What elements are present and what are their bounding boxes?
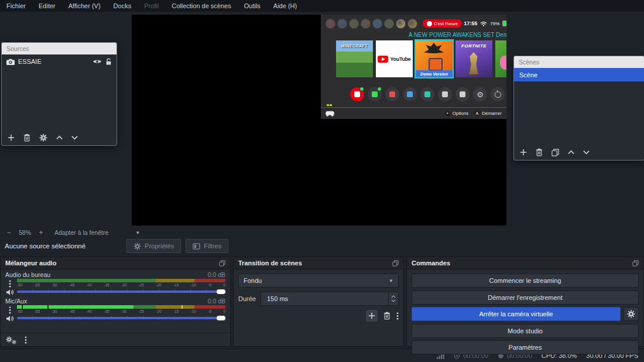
meter-tick-label: -55: [35, 309, 40, 314]
meter-tick-label: -45: [69, 282, 74, 288]
dock-icon-device[interactable]: [455, 87, 470, 101]
transition-type-select[interactable]: Fondu ▼: [238, 274, 399, 288]
start-recording-button[interactable]: Démarrer l'enregistrement: [412, 291, 639, 305]
dock-icon-controllers[interactable]: [420, 87, 434, 101]
menu-outils[interactable]: Outils: [238, 2, 267, 9]
volume-slider[interactable]: [17, 288, 225, 295]
menu-fichier[interactable]: Fichier: [0, 2, 32, 9]
user-avatar: [349, 19, 359, 29]
source-row-essaie[interactable]: ESSAIE: [2, 54, 117, 69]
demo-banner-label: Demo Version: [420, 72, 448, 76]
menu-docks[interactable]: Docks: [107, 2, 138, 9]
meter-tick-label: -35: [104, 309, 109, 314]
properties-button[interactable]: Propriétés: [126, 239, 181, 253]
popout-icon[interactable]: [219, 260, 225, 267]
menu-aide[interactable]: Aide (H): [267, 2, 303, 9]
transition-menu-kebab-icon[interactable]: [396, 312, 399, 320]
remove-scene-button[interactable]: [536, 148, 543, 156]
switch-game-title: A NEW POWER AWAKENS SET Dem: [409, 32, 506, 38]
filters-label: Filtres: [204, 243, 221, 250]
partial-art: [500, 56, 506, 70]
meter-notch: [22, 305, 23, 309]
audio-mixer-title: Mélangeur audio: [5, 259, 56, 267]
move-scene-down-button[interactable]: [583, 150, 590, 155]
duration-spinner[interactable]: [388, 292, 398, 305]
channel-menu-kebab-icon[interactable]: [9, 279, 11, 288]
start-streaming-button[interactable]: Commencer le streaming: [412, 274, 639, 288]
switch-bottom-bar: + Options A Démarrer: [321, 107, 506, 119]
settings-button[interactable]: Paramètres: [412, 340, 639, 354]
remove-source-button[interactable]: [23, 134, 30, 142]
add-source-button[interactable]: [8, 134, 15, 141]
sources-toolbar: [2, 130, 117, 145]
fit-dropdown-caret-icon[interactable]: ▼: [135, 230, 140, 235]
add-scene-button[interactable]: [520, 149, 527, 156]
menu-bar: Fichier Editer Afficher (V) Docks Profil…: [0, 0, 644, 12]
menu-profil[interactable]: Profil: [138, 2, 165, 9]
game-tile-partial: [495, 40, 506, 77]
meter-tick-label: -60: [17, 282, 22, 288]
meter-tick-label: -50: [52, 309, 57, 314]
advanced-audio-gear-icon[interactable]: [6, 336, 15, 344]
volume-slider[interactable]: [17, 314, 225, 322]
dock-icon-eshop[interactable]: [385, 87, 399, 101]
dock-icon-power[interactable]: [491, 87, 505, 101]
popout-icon[interactable]: [392, 260, 399, 267]
dock-icon-settings[interactable]: [473, 87, 487, 101]
stop-virtual-camera-button[interactable]: Arrêter la caméra virtuelle: [412, 307, 621, 321]
switch-time: 17:55: [464, 21, 477, 26]
scene-row-selected[interactable]: Scène: [514, 68, 644, 81]
controls-panel: Commandes Commencer le streaming Démarre…: [406, 257, 644, 347]
menu-afficher[interactable]: Afficher (V): [62, 2, 107, 9]
sources-dock-header[interactable]: Sources: [2, 43, 117, 54]
menu-collection-scenes[interactable]: Collection de scènes: [165, 2, 238, 9]
virtual-camera-settings-button[interactable]: [624, 307, 639, 321]
channel-menu-kebab-icon[interactable]: [9, 305, 11, 315]
dock-icon-album[interactable]: [403, 87, 417, 101]
mute-speaker-icon[interactable]: [6, 288, 14, 296]
mixer-toolbar: [1, 333, 230, 346]
user-avatar: [326, 19, 335, 29]
duration-input[interactable]: 150 ms: [261, 292, 399, 306]
dock-icon-switch-online[interactable]: [350, 87, 364, 101]
preview-canvas[interactable]: C'est l'heure 17:55 79% A NEW POWER AWAK…: [132, 15, 506, 226]
source-actions-bar: Aucune source sélectionné Propriétés Fil…: [5, 238, 228, 254]
move-source-down-button[interactable]: [71, 135, 78, 140]
source-visibility-eye-icon[interactable]: [93, 59, 102, 64]
meter-tick-label: 0: [223, 282, 225, 288]
scenes-dock-header[interactable]: Scènes: [514, 56, 644, 68]
dock-icon-news[interactable]: [368, 87, 382, 101]
mute-speaker-icon[interactable]: [6, 315, 14, 322]
zoom-out-button[interactable]: −: [5, 228, 13, 237]
game-tile-fortnite: FORTNITE: [455, 40, 492, 77]
source-properties-gear-button[interactable]: [39, 134, 47, 142]
slider-handle[interactable]: [217, 316, 225, 320]
studio-mode-button[interactable]: Mode studio: [412, 324, 639, 338]
move-source-up-button[interactable]: [56, 135, 63, 140]
meter-tick-label: -15: [173, 309, 179, 314]
popout-icon[interactable]: [632, 260, 639, 267]
meter-tick-label: -20: [156, 282, 161, 288]
mixer-menu-kebab-icon[interactable]: [25, 336, 27, 344]
source-lock-icon[interactable]: [105, 58, 112, 66]
meter-tick-label: -10: [191, 282, 196, 288]
move-scene-up-button[interactable]: [568, 150, 574, 155]
remove-transition-button[interactable]: [383, 312, 390, 320]
filters-button[interactable]: Filtres: [186, 239, 228, 253]
switch-start-hint: A Démarrer: [474, 111, 502, 116]
slider-handle[interactable]: [217, 289, 225, 294]
dock-icon-clip[interactable]: [438, 87, 452, 101]
meter-tick-label: -50: [52, 282, 57, 288]
meter-tick-label: -45: [69, 309, 74, 314]
no-source-selected-text: Aucune source sélectionné: [5, 243, 85, 250]
gear-icon: [133, 243, 141, 250]
zoom-in-button[interactable]: +: [37, 228, 45, 237]
add-transition-button[interactable]: [366, 310, 378, 322]
scene-filters-button[interactable]: [551, 149, 559, 156]
meter-tick-label: -55: [35, 282, 40, 288]
menu-editer[interactable]: Editer: [32, 2, 62, 9]
scenes-title: Scènes: [519, 59, 539, 66]
meter-tick-label: -60: [17, 309, 22, 314]
workspace: C'est l'heure 17:55 79% A NEW POWER AWAK…: [0, 12, 644, 349]
fit-to-window-label[interactable]: Adapter à la fenêtre: [54, 229, 108, 236]
